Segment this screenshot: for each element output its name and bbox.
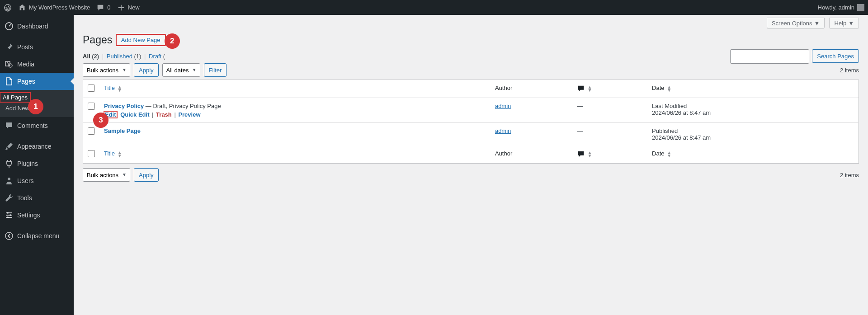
comment-icon bbox=[5, 121, 14, 130]
submenu-all-pages[interactable]: All Pages bbox=[0, 93, 30, 102]
wp-logo[interactable] bbox=[4, 4, 12, 12]
col-author-header: Author bbox=[491, 80, 572, 98]
table-row: Privacy Policy — Draft, Privacy Policy P… bbox=[83, 98, 859, 123]
page-title: Pages bbox=[83, 34, 112, 46]
menu-users[interactable]: Users bbox=[0, 172, 74, 189]
table-row: Sample Page admin — Published2024/06/26 … bbox=[83, 123, 859, 146]
menu-appearance[interactable]: Appearance bbox=[0, 138, 74, 155]
svg-point-4 bbox=[7, 212, 9, 214]
submenu-pages: All Pages 1 Add New bbox=[0, 90, 74, 117]
date-filter-select[interactable]: All dates bbox=[162, 63, 200, 77]
svg-point-7 bbox=[5, 232, 13, 240]
page-title-link[interactable]: Privacy Policy bbox=[104, 103, 144, 109]
site-name-link[interactable]: My WordPress Website bbox=[18, 4, 90, 12]
row-action-quickedit[interactable]: Quick Edit bbox=[120, 111, 149, 118]
pages-table: Title ▲▼ Author ▲▼ Date ▲▼ Privacy Polic… bbox=[83, 80, 859, 164]
add-new-page-button[interactable]: Add New Page bbox=[116, 34, 166, 46]
comment-icon bbox=[577, 150, 585, 158]
media-icon bbox=[5, 60, 14, 69]
author-link[interactable]: admin bbox=[495, 103, 511, 109]
plus-icon bbox=[117, 4, 125, 12]
sliders-icon bbox=[5, 211, 14, 220]
menu-comments[interactable]: Comments bbox=[0, 117, 74, 134]
svg-point-3 bbox=[8, 178, 10, 180]
wordpress-icon bbox=[4, 4, 12, 12]
bulk-actions-select-bottom[interactable]: Bulk actions bbox=[83, 168, 130, 182]
col-title-header[interactable]: Title ▲▼ bbox=[99, 80, 491, 98]
col-comments-footer[interactable]: ▲▼ bbox=[572, 146, 647, 164]
annotation-1: 1 bbox=[28, 99, 43, 114]
comments-cell: — bbox=[572, 123, 647, 146]
admin-sidebar: Dashboard Posts Media Pages All Pages 1 … bbox=[0, 15, 74, 315]
page-icon bbox=[5, 77, 14, 86]
item-count-top: 2 items bbox=[840, 67, 859, 74]
svg-point-5 bbox=[9, 214, 11, 216]
col-author-footer: Author bbox=[491, 146, 572, 164]
menu-media[interactable]: Media bbox=[0, 56, 74, 73]
new-content-link[interactable]: New bbox=[117, 4, 140, 12]
dashboard-icon bbox=[5, 22, 14, 31]
search-pages-button[interactable]: Search Pages bbox=[812, 49, 859, 63]
filter-button[interactable]: Filter bbox=[204, 63, 227, 77]
sort-icon: ▲▼ bbox=[118, 85, 122, 92]
page-title-link[interactable]: Sample Page bbox=[104, 127, 141, 134]
svg-point-6 bbox=[7, 216, 9, 218]
row-action-preview[interactable]: Preview bbox=[178, 111, 200, 118]
new-label: New bbox=[128, 4, 140, 11]
search-pages-input[interactable] bbox=[730, 49, 809, 64]
main-content: Screen Options ▼ Help ▼ Pages Add New Pa… bbox=[74, 15, 868, 315]
select-all-bottom[interactable] bbox=[88, 150, 95, 157]
comments-link[interactable]: 0 bbox=[96, 4, 110, 12]
sort-icon: ▲▼ bbox=[667, 85, 671, 92]
date-cell: Last Modified2024/06/26 at 8:47 am bbox=[647, 98, 859, 123]
select-all-top[interactable] bbox=[88, 85, 95, 92]
date-cell: Published2024/06/26 at 8:47 am bbox=[647, 123, 859, 146]
menu-tools[interactable]: Tools bbox=[0, 189, 74, 207]
sort-icon: ▲▼ bbox=[588, 151, 592, 157]
help-button[interactable]: Help ▼ bbox=[829, 18, 859, 29]
apply-button-top[interactable]: Apply bbox=[134, 63, 159, 77]
site-name: My WordPress Website bbox=[29, 4, 90, 11]
col-comments-header[interactable]: ▲▼ bbox=[572, 80, 647, 98]
collapse-icon bbox=[5, 231, 14, 240]
author-link[interactable]: admin bbox=[495, 127, 511, 134]
wrench-icon bbox=[5, 193, 14, 202]
sort-icon: ▲▼ bbox=[667, 151, 671, 157]
row-checkbox[interactable] bbox=[88, 103, 95, 110]
comment-icon bbox=[96, 4, 104, 12]
row-checkbox[interactable] bbox=[88, 127, 95, 135]
howdy-text: Howdy, admin bbox=[818, 4, 854, 11]
svg-point-2 bbox=[9, 64, 12, 67]
plugin-icon bbox=[5, 159, 14, 168]
comments-cell: — bbox=[572, 98, 647, 123]
screen-options-button[interactable]: Screen Options ▼ bbox=[767, 18, 825, 29]
chevron-down-icon: ▼ bbox=[814, 20, 820, 27]
filter-all[interactable]: All (2) bbox=[83, 53, 99, 60]
menu-dashboard[interactable]: Dashboard bbox=[0, 18, 74, 35]
annotation-3: 3 bbox=[93, 113, 108, 128]
menu-plugins[interactable]: Plugins bbox=[0, 155, 74, 172]
pin-icon bbox=[5, 42, 14, 52]
col-date-header[interactable]: Date ▲▼ bbox=[647, 80, 859, 98]
brush-icon bbox=[5, 142, 14, 151]
user-icon bbox=[5, 176, 14, 185]
col-date-footer[interactable]: Date ▲▼ bbox=[647, 146, 859, 164]
collapse-menu[interactable]: Collapse menu bbox=[0, 227, 74, 244]
filter-draft[interactable]: Draft ( bbox=[149, 53, 165, 60]
menu-settings[interactable]: Settings bbox=[0, 207, 74, 224]
my-account[interactable]: Howdy, admin bbox=[818, 4, 864, 11]
row-actions: Edit Quick Edit | Trash | Preview bbox=[104, 111, 486, 118]
bulk-actions-select-top[interactable]: Bulk actions bbox=[83, 63, 130, 77]
comments-count: 0 bbox=[107, 4, 110, 11]
col-title-footer[interactable]: Title ▲▼ bbox=[99, 146, 491, 164]
comment-icon bbox=[577, 85, 585, 93]
post-state: — Draft, Privacy Policy Page bbox=[144, 103, 221, 109]
menu-posts[interactable]: Posts bbox=[0, 38, 74, 56]
row-action-trash[interactable]: Trash bbox=[156, 111, 172, 118]
apply-button-bottom[interactable]: Apply bbox=[134, 168, 159, 182]
sort-icon: ▲▼ bbox=[588, 85, 592, 92]
filter-published[interactable]: Published (1) bbox=[107, 53, 142, 60]
home-icon bbox=[18, 4, 26, 12]
sort-icon: ▲▼ bbox=[118, 151, 122, 157]
menu-pages[interactable]: Pages bbox=[0, 73, 74, 90]
